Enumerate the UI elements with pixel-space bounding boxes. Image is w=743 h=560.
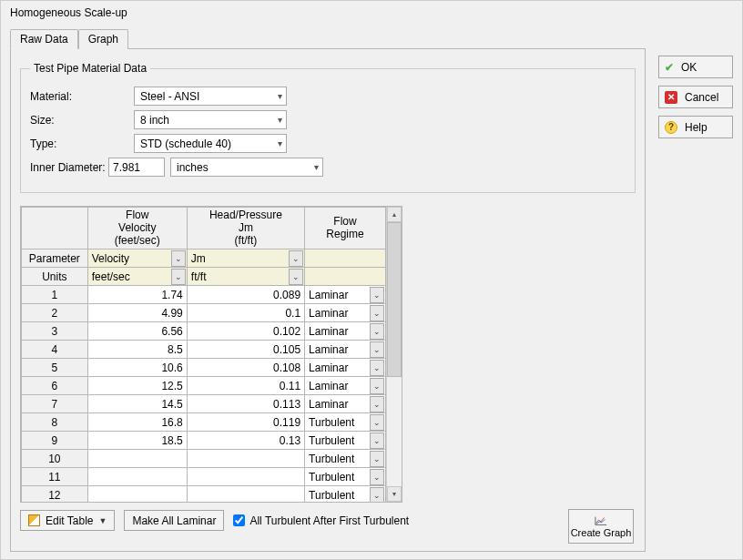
table-row: 12Turbulent⌄	[22, 486, 386, 502]
col-regime-header: Flow Regime	[305, 208, 386, 249]
cell-velocity[interactable]: 16.8	[88, 413, 187, 431]
row-parameter: Parameter Velocity⌄ Jm⌄	[22, 249, 386, 268]
cell-regime[interactable]: Laminar⌄	[305, 395, 385, 412]
cell-velocity[interactable]: 18.5	[88, 432, 187, 449]
param-head-combo[interactable]: Jm⌄	[188, 249, 304, 267]
cell-head[interactable]	[188, 450, 304, 467]
cell-regime[interactable]: Turbulent⌄	[305, 450, 385, 467]
cell-regime[interactable]: Laminar⌄	[305, 359, 385, 376]
table-row: 36.560.102Laminar⌄	[22, 322, 386, 341]
row-index: 11	[22, 468, 87, 485]
cell-velocity[interactable]: 4.99	[88, 304, 187, 321]
cell-regime[interactable]: Turbulent⌄	[305, 486, 385, 502]
table-toolbar: Edit Table ▼ Make All Laminar All Turbul…	[20, 510, 636, 531]
all-turbulent-checkbox[interactable]	[233, 514, 245, 526]
cell-velocity[interactable]: 12.5	[88, 377, 187, 394]
table-vertical-scrollbar[interactable]: ▴ ▾	[386, 207, 402, 502]
combo-id-units[interactable]: inches ▾	[170, 158, 323, 177]
cancel-button[interactable]: ✕ Cancel	[658, 86, 733, 108]
cell-velocity[interactable]: 10.6	[88, 359, 187, 376]
row-index: 4	[22, 341, 87, 358]
scroll-thumb[interactable]	[387, 222, 402, 377]
data-table-wrap: Flow Velocity (feet/sec) Head/Pressure J…	[20, 206, 402, 503]
ok-button[interactable]: ✔ OK	[658, 56, 733, 78]
label-material: Material:	[30, 90, 108, 103]
chevron-down-icon: ⌄	[373, 400, 381, 409]
cell-head[interactable]: 0.089	[188, 286, 304, 303]
row-index: 9	[22, 432, 87, 449]
help-button[interactable]: ? Help	[658, 116, 733, 138]
cell-regime[interactable]: Laminar⌄	[305, 377, 385, 394]
all-turbulent-label: All Turbulent After First Turbulent	[249, 514, 409, 527]
cell-velocity[interactable]	[88, 450, 187, 467]
right-column: ✔ OK ✕ Cancel ? Help	[658, 28, 733, 552]
scroll-track[interactable]	[387, 222, 402, 486]
cell-regime[interactable]: Turbulent⌄	[305, 413, 385, 431]
param-velocity-combo[interactable]: Velocity⌄	[88, 249, 187, 267]
cell-velocity[interactable]: 1.74	[88, 286, 187, 303]
cell-head[interactable]: 0.113	[188, 395, 304, 412]
chevron-down-icon: ⌄	[373, 491, 381, 500]
window-title: Homogeneous Scale-up	[1, 1, 742, 28]
row-index: 8	[22, 413, 87, 431]
chevron-down-icon: ⌄	[373, 290, 381, 300]
cell-regime[interactable]: Laminar⌄	[305, 341, 385, 358]
cell-regime[interactable]: Laminar⌄	[305, 304, 385, 321]
tab-panel-raw-data: Test Pipe Material Data Material: Steel …	[10, 48, 646, 552]
cell-head[interactable]: 0.119	[188, 413, 304, 431]
graph-icon	[595, 515, 607, 526]
row-index: 10	[22, 450, 87, 467]
label-size: Size:	[30, 114, 108, 127]
row-index: 7	[22, 395, 87, 412]
tab-raw-data[interactable]: Raw Data	[10, 29, 78, 49]
cell-head[interactable]: 0.105	[188, 341, 304, 358]
make-all-laminar-button[interactable]: Make All Laminar	[124, 510, 224, 531]
cell-head[interactable]: 0.13	[188, 432, 304, 449]
combo-size[interactable]: 8 inch ▾	[134, 110, 287, 129]
cell-head[interactable]: 0.11	[188, 377, 304, 394]
chevron-down-icon: ▾	[278, 91, 282, 101]
combo-material[interactable]: Steel - ANSI ▾	[134, 87, 287, 106]
cell-head[interactable]	[188, 468, 304, 485]
cell-head[interactable]: 0.108	[188, 359, 304, 376]
tab-graph[interactable]: Graph	[78, 29, 128, 49]
cell-regime[interactable]: Laminar⌄	[305, 286, 385, 303]
row-index: 12	[22, 486, 87, 502]
chevron-down-icon: ⌄	[373, 473, 381, 482]
create-graph-button[interactable]: Create Graph	[568, 509, 634, 544]
input-inner-diameter[interactable]	[108, 158, 165, 177]
chevron-down-icon: ⌄	[373, 436, 381, 445]
table-row: 510.60.108Laminar⌄	[22, 359, 386, 377]
cell-regime[interactable]: Turbulent⌄	[305, 432, 385, 449]
chevron-down-icon: ⌄	[292, 272, 300, 281]
row-inner-diameter: Inner Diameter: inches ▾	[30, 158, 626, 177]
table-row: 48.50.105Laminar⌄	[22, 341, 386, 359]
cell-regime[interactable]: Turbulent⌄	[305, 468, 385, 485]
cell-velocity[interactable]	[88, 486, 187, 502]
table-row: 918.50.13Turbulent⌄	[22, 432, 386, 450]
cell-head[interactable]	[188, 486, 304, 502]
combo-type[interactable]: STD (schedule 40) ▾	[134, 134, 287, 153]
units-head-combo[interactable]: ft/ft⌄	[188, 268, 304, 285]
cell-head[interactable]: 0.102	[188, 322, 304, 340]
cell-regime[interactable]: Laminar⌄	[305, 322, 385, 340]
cell-velocity[interactable]	[88, 468, 187, 485]
row-index: 1	[22, 286, 87, 303]
scroll-up-button[interactable]: ▴	[387, 207, 402, 222]
data-table: Flow Velocity (feet/sec) Head/Pressure J…	[21, 207, 386, 502]
cell-velocity[interactable]: 14.5	[88, 395, 187, 412]
edit-table-button[interactable]: Edit Table ▼	[20, 510, 115, 531]
units-velocity-combo[interactable]: feet/sec⌄	[88, 268, 187, 285]
cell-velocity[interactable]: 8.5	[88, 341, 187, 358]
cell-velocity[interactable]: 6.56	[88, 322, 187, 340]
all-turbulent-checkbox-wrap[interactable]: All Turbulent After First Turbulent	[233, 514, 409, 527]
chevron-down-icon: ⌄	[373, 327, 381, 336]
combo-size-value: 8 inch	[140, 114, 169, 127]
cell-head[interactable]: 0.1	[188, 304, 304, 321]
chevron-down-icon: ▾	[278, 138, 282, 148]
table-row: 11.740.089Laminar⌄	[22, 286, 386, 304]
chevron-down-icon: ⌄	[373, 382, 381, 391]
chevron-down-icon: ⌄	[175, 254, 182, 263]
table-row: 714.50.113Laminar⌄	[22, 395, 386, 413]
scroll-down-button[interactable]: ▾	[387, 486, 402, 502]
